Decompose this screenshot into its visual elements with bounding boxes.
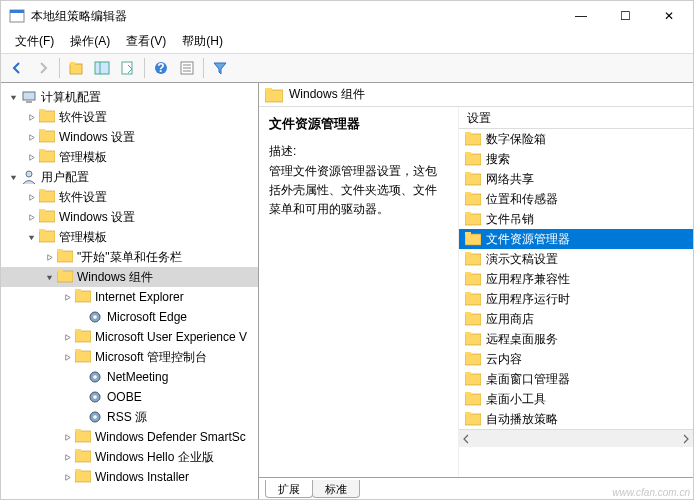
svg-rect-49: [75, 449, 81, 452]
forward-button[interactable]: [31, 56, 55, 80]
tree-node[interactable]: RSS 源: [1, 407, 258, 427]
export-button[interactable]: [116, 56, 140, 80]
svg-rect-77: [465, 352, 471, 355]
expand-icon[interactable]: [61, 431, 73, 443]
tree-node[interactable]: 管理模板: [1, 227, 258, 247]
menu-help[interactable]: 帮助(H): [174, 31, 231, 53]
close-button[interactable]: ✕: [647, 2, 691, 30]
folder-icon: [39, 149, 55, 165]
tree-node[interactable]: 计算机配置: [1, 87, 258, 107]
list-column-header[interactable]: 设置: [459, 107, 693, 129]
tree-node[interactable]: "开始"菜单和任务栏: [1, 247, 258, 267]
tree-arrow-none: [73, 411, 85, 423]
list-item[interactable]: 应用程序运行时: [459, 289, 693, 309]
tree-node[interactable]: Internet Explorer: [1, 287, 258, 307]
tree-node[interactable]: 软件设置: [1, 107, 258, 127]
maximize-button[interactable]: ☐: [603, 2, 647, 30]
collapse-icon[interactable]: [7, 91, 19, 103]
folder-icon: [465, 152, 481, 166]
expand-icon[interactable]: [61, 471, 73, 483]
expand-icon[interactable]: [43, 251, 55, 263]
list-item[interactable]: 桌面小工具: [459, 389, 693, 409]
list-item-label: 桌面窗口管理器: [486, 371, 570, 388]
tree-pane[interactable]: 计算机配置软件设置Windows 设置管理模板用户配置软件设置Windows 设…: [1, 83, 259, 499]
horizontal-scrollbar[interactable]: [459, 429, 693, 447]
svg-rect-68: [465, 274, 481, 285]
properties-button[interactable]: [175, 56, 199, 80]
folder-icon: [75, 429, 91, 445]
menu-action[interactable]: 操作(A): [62, 31, 118, 53]
tree-node[interactable]: Windows Defender SmartSc: [1, 427, 258, 447]
collapse-icon[interactable]: [43, 271, 55, 283]
scroll-right-icon[interactable]: [681, 434, 691, 444]
expand-icon[interactable]: [61, 291, 73, 303]
list-item[interactable]: 演示文稿设置: [459, 249, 693, 269]
tree-node[interactable]: Windows 设置: [1, 207, 258, 227]
expand-icon[interactable]: [61, 331, 73, 343]
help-button[interactable]: ?: [149, 56, 173, 80]
menu-file[interactable]: 文件(F): [7, 31, 62, 53]
folder-icon: [465, 132, 481, 146]
svg-rect-61: [465, 192, 471, 195]
tree-node[interactable]: Windows 组件: [1, 267, 258, 287]
tree-node[interactable]: 用户配置: [1, 167, 258, 187]
scroll-left-icon[interactable]: [461, 434, 471, 444]
svg-rect-31: [57, 269, 63, 272]
list-item[interactable]: 网络共享: [459, 169, 693, 189]
list-item[interactable]: 应用商店: [459, 309, 693, 329]
list-item[interactable]: 文件吊销: [459, 209, 693, 229]
list-item[interactable]: 自动播放策略: [459, 409, 693, 429]
list-item[interactable]: 应用程序兼容性: [459, 269, 693, 289]
svg-rect-65: [465, 232, 471, 235]
menu-view[interactable]: 查看(V): [118, 31, 174, 53]
tab-standard[interactable]: 标准: [312, 480, 360, 498]
tree-node[interactable]: Microsoft User Experience V: [1, 327, 258, 347]
folder-icon: [465, 312, 481, 326]
filter-button[interactable]: [208, 56, 232, 80]
back-button[interactable]: [5, 56, 29, 80]
show-hide-tree-button[interactable]: [90, 56, 114, 80]
settings-list[interactable]: 设置 数字保险箱搜索网络共享位置和传感器文件吊销文件资源管理器演示文稿设置应用程…: [459, 107, 693, 477]
expand-icon[interactable]: [61, 451, 73, 463]
minimize-button[interactable]: —: [559, 2, 603, 30]
tree-node[interactable]: Microsoft 管理控制台: [1, 347, 258, 367]
expand-icon[interactable]: [25, 191, 37, 203]
tab-extended[interactable]: 扩展: [265, 480, 313, 498]
expand-icon[interactable]: [25, 111, 37, 123]
expand-icon[interactable]: [25, 151, 37, 163]
expand-icon[interactable]: [25, 211, 37, 223]
tree-node-label: 管理模板: [59, 149, 107, 166]
svg-rect-83: [465, 412, 471, 415]
collapse-icon[interactable]: [7, 171, 19, 183]
tree-node-label: Internet Explorer: [95, 290, 184, 304]
tree-node[interactable]: Windows 设置: [1, 127, 258, 147]
list-item[interactable]: 远程桌面服务: [459, 329, 693, 349]
tree-node[interactable]: Microsoft Edge: [1, 307, 258, 327]
svg-rect-46: [75, 431, 91, 442]
list-item[interactable]: 桌面窗口管理器: [459, 369, 693, 389]
list-item-label: 文件资源管理器: [486, 231, 570, 248]
collapse-icon[interactable]: [25, 231, 37, 243]
svg-rect-73: [465, 312, 471, 315]
expand-icon[interactable]: [25, 131, 37, 143]
list-item[interactable]: 搜索: [459, 149, 693, 169]
list-item[interactable]: 位置和传感器: [459, 189, 693, 209]
expand-icon[interactable]: [61, 351, 73, 363]
tree-node[interactable]: NetMeeting: [1, 367, 258, 387]
description-column: 文件资源管理器 描述: 管理文件资源管理器设置，这包括外壳属性、文件夹选项、文件…: [259, 107, 459, 477]
tree-node-label: OOBE: [107, 390, 142, 404]
list-item[interactable]: 文件资源管理器: [459, 229, 693, 249]
tree-node[interactable]: 管理模板: [1, 147, 258, 167]
list-item[interactable]: 云内容: [459, 349, 693, 369]
tree-node[interactable]: Windows Installer: [1, 467, 258, 487]
svg-rect-58: [465, 174, 481, 185]
list-item[interactable]: 数字保险箱: [459, 129, 693, 149]
up-button[interactable]: [64, 56, 88, 80]
svg-rect-50: [75, 471, 91, 482]
tree-node[interactable]: OOBE: [1, 387, 258, 407]
tree-node[interactable]: Windows Hello 企业版: [1, 447, 258, 467]
tree-node-label: Windows Defender SmartSc: [95, 430, 246, 444]
svg-rect-19: [39, 151, 55, 162]
svg-point-45: [93, 415, 97, 419]
tree-node[interactable]: 软件设置: [1, 187, 258, 207]
